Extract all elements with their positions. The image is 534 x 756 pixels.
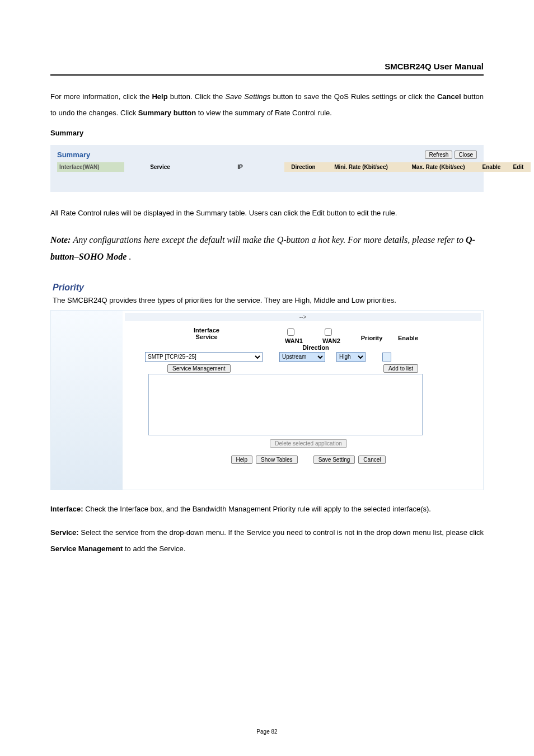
cancel-button[interactable]: Cancel [358, 456, 386, 464]
save-settings-word: Save Settings [225, 92, 270, 101]
help-word: Help [152, 92, 167, 101]
label-enable: Enable [391, 327, 425, 351]
direction-select[interactable]: Upstream [279, 352, 325, 362]
priority-intro: The SMCBR24Q provides three types of pri… [53, 296, 481, 304]
wan1-checkbox[interactable]: WAN1 [285, 327, 315, 344]
priority-screenshot: --> Interface Service WAN1 WAN2 Directio… [50, 310, 484, 490]
summary-button-word: Summary button [138, 109, 196, 117]
label-service: Service [145, 334, 268, 340]
interface-text: Check the Interface box, and the Bandwid… [85, 505, 431, 513]
service-mgmt-word: Service Management [50, 544, 123, 553]
show-tables-button[interactable]: Show Tables [256, 456, 298, 464]
service-management-button[interactable]: Service Management [167, 364, 231, 373]
intro-text: to view the summary of Rate Control rule… [198, 109, 332, 117]
priority-heading: Priority [53, 283, 484, 293]
col-interface: Interface(WAN) [57, 162, 124, 172]
summary-table: Interface(WAN) Service IP Direction Mini… [57, 162, 531, 172]
close-button[interactable]: Close [455, 151, 477, 159]
col-service: Service [124, 162, 196, 172]
page-number: Page 82 [0, 729, 534, 735]
label-priority: Priority [352, 327, 391, 351]
note-body: Any configurations here except the defau… [73, 235, 466, 245]
wan2-checkbox[interactable]: WAN2 [322, 327, 352, 344]
interface-label: Interface: [50, 505, 83, 513]
col-ip: IP [196, 162, 284, 172]
label-interface: Interface [145, 327, 268, 334]
service-text-end: to add the Service. [125, 544, 185, 553]
screenshot-sidebar [51, 311, 123, 490]
summary-panel: Summary Refresh Close Interface(WAN) Ser… [50, 145, 484, 192]
note-block: Note: Any configurations here except the… [50, 232, 484, 266]
refresh-button[interactable]: Refresh [425, 151, 452, 159]
priority-select[interactable]: High [336, 352, 366, 362]
help-button[interactable]: Help [231, 456, 253, 464]
col-enable: Enable [477, 162, 506, 172]
summary-panel-title: Summary [57, 151, 90, 159]
service-definition: Service: Select the service from the dro… [50, 525, 484, 557]
arrow-indicator: --> [125, 313, 481, 321]
service-label: Service: [50, 528, 79, 537]
intro-text: button. Click the [170, 92, 226, 101]
wan1-label: WAN1 [285, 337, 303, 344]
add-to-list-button[interactable]: Add to list [383, 364, 418, 373]
note-label: Note: [50, 235, 71, 245]
note-body-end: . [129, 252, 131, 261]
priority-listbox[interactable] [148, 374, 423, 435]
enable-checkbox[interactable] [382, 353, 391, 361]
col-direction: Direction [284, 162, 322, 172]
delete-selected-button[interactable]: Delete selected application [270, 439, 347, 448]
col-max-rate: Max. Rate (Kbit/sec) [400, 162, 477, 172]
page-title: SMCBR24Q User Manual [50, 62, 484, 71]
cancel-word: Cancel [437, 92, 461, 101]
summary-heading: Summary [50, 129, 484, 137]
intro-text: button to save the QoS Rules settings or… [273, 92, 437, 101]
service-select[interactable]: SMTP [TCP/25~25] [145, 352, 263, 362]
wan2-label: WAN2 [322, 337, 340, 344]
intro-text: For more information, click the [50, 92, 152, 101]
col-mini-rate: Mini. Rate (Kbit/sec) [322, 162, 400, 172]
after-summary-text: All Rate Control rules will be displayed… [50, 205, 484, 222]
intro-paragraph: For more information, click the Help but… [50, 89, 484, 121]
save-setting-button[interactable]: Save Setting [313, 456, 355, 464]
interface-definition: Interface: Check the Interface box, and … [50, 501, 484, 518]
col-edit: Edit [506, 162, 531, 172]
header-rule [50, 74, 484, 76]
service-text: Select the service from the drop-down me… [81, 528, 484, 537]
label-direction: Direction [279, 344, 352, 351]
